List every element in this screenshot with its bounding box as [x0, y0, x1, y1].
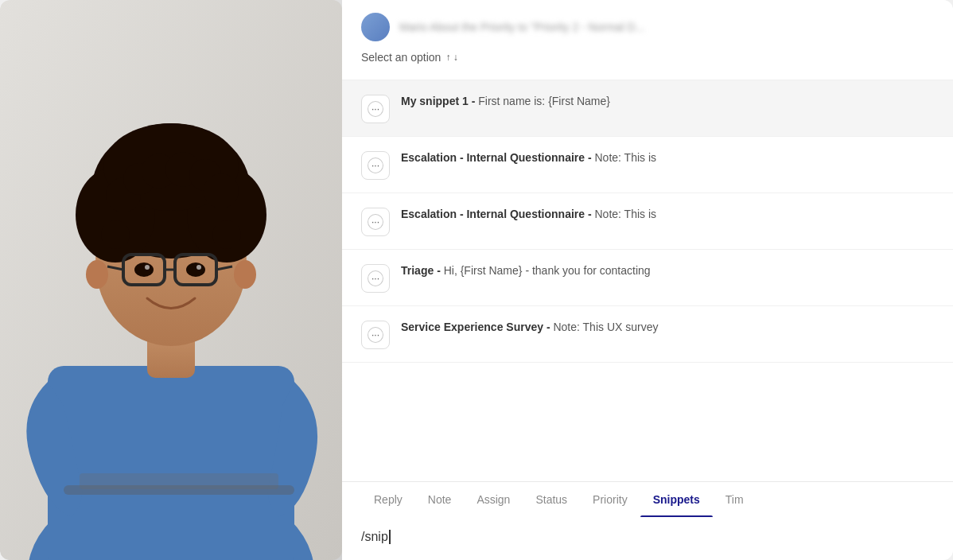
- svg-point-15: [101, 220, 130, 249]
- tabs-row: ReplyNoteAssignStatusPrioritySnippetsTim: [361, 482, 934, 517]
- svg-point-16: [212, 220, 241, 249]
- snippet-input[interactable]: /snip: [361, 530, 934, 544]
- svg-point-24: [145, 265, 150, 270]
- svg-rect-27: [80, 473, 278, 489]
- right-panel: Mario About the Priority to "Priority 2 …: [342, 0, 953, 560]
- svg-point-29: [234, 260, 256, 289]
- input-area: /snip: [342, 517, 953, 560]
- chat-bubble-icon: ···: [368, 101, 383, 117]
- select-option-text: Select an option: [361, 51, 441, 64]
- select-option-bar: Select an option ↑ ↓: [361, 48, 934, 70]
- snippet-muted: Note: This is: [595, 208, 657, 220]
- snippet-content: Service Experience Survey - Note: This U…: [401, 319, 934, 336]
- snippet-content: My snippet 1 - First name is: {First Nam…: [401, 93, 934, 110]
- tab-reply[interactable]: Reply: [361, 482, 415, 517]
- tab-priority[interactable]: Priority: [580, 482, 640, 517]
- arrow-icons: ↑ ↓: [445, 52, 457, 63]
- tab-assign[interactable]: Assign: [464, 482, 523, 517]
- blurred-header: Mario About the Priority to "Priority 2 …: [361, 13, 934, 41]
- svg-point-23: [186, 262, 205, 277]
- snippets-list: ···My snippet 1 - First name is: {First …: [342, 80, 953, 481]
- svg-rect-2: [48, 366, 294, 560]
- snippet-item[interactable]: ···Escalation - Internal Questionnaire -…: [342, 137, 953, 193]
- snippet-icon-wrap: ···: [361, 321, 390, 349]
- bottom-tabs: ReplyNoteAssignStatusPrioritySnippetsTim: [342, 481, 953, 517]
- snippet-content: Escalation - Internal Questionnaire - No…: [401, 150, 934, 166]
- chat-bubble-icon: ···: [368, 270, 383, 286]
- svg-point-22: [134, 262, 154, 277]
- chat-bubble-icon: ···: [368, 158, 383, 173]
- snippet-bold: Escalation - Internal Questionnaire -: [401, 151, 595, 164]
- left-panel: [0, 0, 342, 560]
- snippet-item[interactable]: ···Service Experience Survey - Note: Thi…: [342, 306, 953, 363]
- snippet-muted: Note: This UX survey: [553, 321, 658, 333]
- top-bar: Mario About the Priority to "Priority 2 …: [342, 0, 953, 80]
- chat-bubble-icon: ···: [368, 327, 383, 343]
- snippet-bold: My snippet 1 -: [401, 95, 478, 107]
- blurred-text: Mario About the Priority to "Priority 2 …: [399, 21, 644, 33]
- tab-note[interactable]: Note: [415, 482, 465, 517]
- snippet-bold: Service Experience Survey -: [401, 321, 553, 333]
- tab-timer[interactable]: Tim: [713, 482, 757, 517]
- snippet-item[interactable]: ···Triage - Hi, {First Name} - thank you…: [342, 250, 953, 306]
- input-value[interactable]: /snip: [361, 530, 388, 544]
- snippet-icon-wrap: ···: [361, 151, 390, 180]
- snippet-content: Triage - Hi, {First Name} - thank you fo…: [401, 262, 934, 279]
- snippet-muted: Hi, {First Name} - thank you for contact…: [444, 264, 651, 277]
- person-illustration: [0, 0, 342, 560]
- svg-point-14: [204, 173, 239, 208]
- svg-point-28: [86, 260, 108, 289]
- snippet-icon-wrap: ···: [361, 208, 390, 236]
- tab-status[interactable]: Status: [523, 482, 580, 517]
- snippet-item[interactable]: ···My snippet 1 - First name is: {First …: [342, 80, 953, 137]
- snippet-bold: Triage -: [401, 264, 444, 277]
- snippet-bold: Escalation - Internal Questionnaire -: [401, 208, 595, 220]
- snippet-item[interactable]: ···Escalation - Internal Questionnaire -…: [342, 193, 953, 250]
- bottom-section: ReplyNoteAssignStatusPrioritySnippetsTim…: [342, 481, 953, 560]
- snippet-content: Escalation - Internal Questionnaire - No…: [401, 206, 934, 223]
- select-option-label[interactable]: Select an option ↑ ↓: [361, 51, 934, 64]
- snippet-muted: First name is: {First Name}: [478, 95, 610, 107]
- snippet-icon-wrap: ···: [361, 95, 390, 123]
- snippet-muted: Note: This is: [595, 151, 657, 164]
- avatar: [361, 13, 390, 41]
- svg-point-25: [196, 265, 201, 270]
- text-cursor: [389, 530, 391, 544]
- chat-bubble-icon: ···: [368, 214, 383, 230]
- tab-snippets[interactable]: Snippets: [640, 482, 713, 517]
- snippet-icon-wrap: ···: [361, 264, 390, 293]
